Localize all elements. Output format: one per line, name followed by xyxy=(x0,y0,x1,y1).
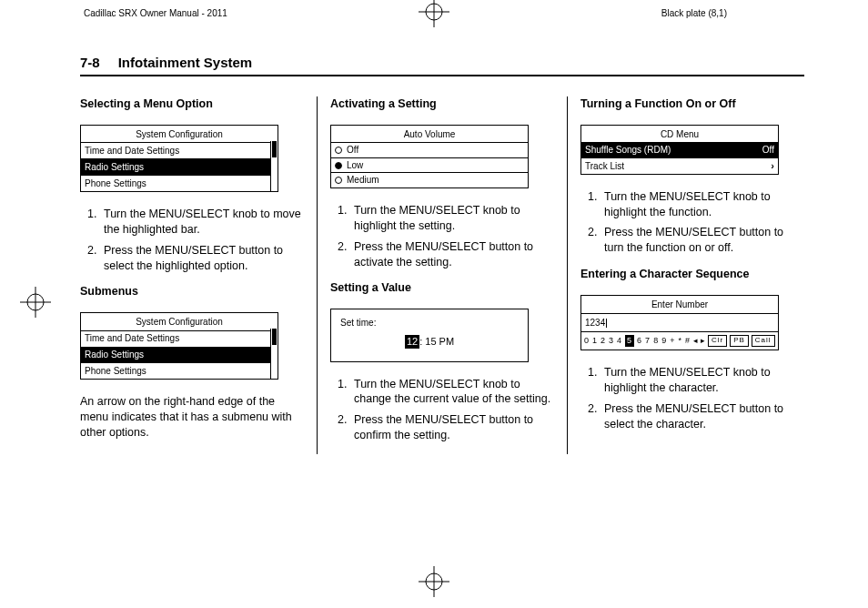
figure-set-time: Set time: 12: 15 PM xyxy=(330,309,529,361)
heading-activating-setting: Activating a Setting xyxy=(330,96,554,112)
figure-enter-number: Enter Number 1234 0 1 2 3 4 5 6 7 8 9 + … xyxy=(580,295,779,350)
figure-system-config-2: System Configuration Time and Date Setti… xyxy=(80,312,278,380)
heading-entering-chars: Entering a Character Sequence xyxy=(580,267,804,282)
figure-cd-menu: CD Menu Shuffle Songs (RDM)Off Track Lis… xyxy=(580,125,779,175)
menu-row: Time and Date Settings› xyxy=(81,330,278,347)
crop-mark-top-icon xyxy=(419,0,449,29)
chapter-title: Infotainment System xyxy=(118,55,253,70)
column-1: Selecting a Menu Option System Configura… xyxy=(80,96,317,454)
figure-system-config-1: System Configuration Time and Date Setti… xyxy=(80,125,278,192)
step-item: Press the MENU/SELECT button to confirm … xyxy=(350,412,554,443)
steps-list: Turn the MENU/SELECT knob to move the hi… xyxy=(80,207,304,274)
paragraph: An arrow on the right-hand edge of the m… xyxy=(80,394,304,441)
figure-title: System Configuration xyxy=(81,126,278,143)
call-button: Call xyxy=(752,335,775,347)
step-item: Turn the MENU/SELECT knob to highlight t… xyxy=(350,203,554,234)
step-item: Turn the MENU/SELECT knob to move the hi… xyxy=(100,207,304,238)
step-item: Press the MENU/SELECT button to turn the… xyxy=(601,225,804,256)
option-row-selected: Low xyxy=(331,157,528,173)
key-highlighted: 5 xyxy=(625,335,634,346)
hour-highlight: 12 xyxy=(405,335,419,349)
steps-list: Turn the MENU/SELECT knob to change the … xyxy=(330,377,554,444)
doc-title: Cadillac SRX Owner Manual - 2011 xyxy=(84,8,227,18)
heading-selecting-menu: Selecting a Menu Option xyxy=(80,96,304,112)
scrollbar xyxy=(270,141,278,191)
crop-mark-left-icon xyxy=(20,287,51,321)
step-item: Press the MENU/SELECT button to activate… xyxy=(350,239,554,270)
menu-row: Phone Settings› xyxy=(81,175,278,191)
menu-row-highlighted: Radio Settings› xyxy=(81,158,278,175)
figure-title: Auto Volume xyxy=(331,126,528,143)
step-item: Turn the MENU/SELECT knob to highlight t… xyxy=(601,189,804,220)
clr-button: Clr xyxy=(708,335,727,347)
entered-value-row: 1234 xyxy=(581,313,778,332)
heading-function-on-off: Turning a Function On or Off xyxy=(580,96,804,112)
column-2: Activating a Setting Auto Volume Off Low… xyxy=(317,96,567,454)
page-header: 7-8Infotainment System xyxy=(80,55,804,76)
menu-row: Time and Date Settings› xyxy=(81,142,278,158)
heading-submenus: Submenus xyxy=(80,284,304,299)
steps-list: Turn the MENU/SELECT knob to highlight t… xyxy=(580,365,804,432)
arrow-right-icon: ▸ xyxy=(701,335,705,346)
step-item: Press the MENU/SELECT button to select t… xyxy=(601,401,804,432)
step-item: Turn the MENU/SELECT knob to change the … xyxy=(350,377,554,408)
arrow-left-icon: ◂ xyxy=(693,335,698,346)
steps-list: Turn the MENU/SELECT knob to highlight t… xyxy=(580,189,804,257)
menu-row-highlighted: Radio Settings› xyxy=(81,347,278,363)
menu-row: Track List› xyxy=(581,157,778,174)
heading-setting-value: Setting a Value xyxy=(330,280,554,296)
step-item: Press the MENU/SELECT button to select t… xyxy=(100,243,304,274)
scrollbar xyxy=(270,329,278,379)
menu-row: Phone Settings› xyxy=(81,362,278,379)
chevron-right-icon: › xyxy=(771,159,774,173)
value-off: Off xyxy=(762,144,774,157)
radio-off-icon xyxy=(335,177,342,184)
page-number: 7-8 xyxy=(80,55,100,70)
crop-mark-bottom-icon xyxy=(419,566,449,601)
plate-label: Black plate (8,1) xyxy=(661,8,727,18)
figure-title: System Configuration xyxy=(81,313,278,330)
column-3: Turning a Function On or Off CD Menu Shu… xyxy=(567,96,804,454)
figure-title: Enter Number xyxy=(581,296,778,313)
figure-auto-volume: Auto Volume Off Low Medium xyxy=(330,125,529,188)
radio-on-icon xyxy=(335,162,342,169)
pb-button: PB xyxy=(730,335,749,347)
steps-list: Turn the MENU/SELECT knob to highlight t… xyxy=(330,203,554,270)
step-item: Turn the MENU/SELECT knob to highlight t… xyxy=(601,365,804,396)
keypad-row: 0 1 2 3 4 5 6 7 8 9 + * # ◂▸ Clr PB Call xyxy=(581,331,778,350)
radio-off-icon xyxy=(335,147,342,154)
option-row: Medium xyxy=(331,172,528,187)
menu-row-highlighted: Shuffle Songs (RDM)Off xyxy=(581,142,778,157)
figure-title: CD Menu xyxy=(581,126,778,143)
set-time-label: Set time: xyxy=(340,318,376,328)
time-rest: : 15 PM xyxy=(419,336,454,347)
cursor-icon xyxy=(606,319,607,328)
option-row: Off xyxy=(331,142,528,157)
